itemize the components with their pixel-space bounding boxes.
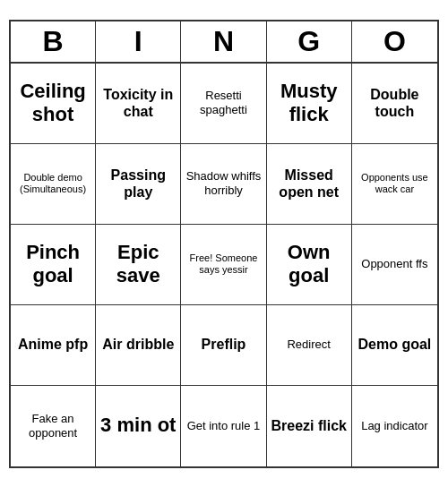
bingo-cell: Epic save xyxy=(96,225,181,305)
header-letter: G xyxy=(267,21,352,62)
bingo-cell: Pinch goal xyxy=(11,225,96,305)
bingo-cell: Air dribble xyxy=(96,305,181,386)
bingo-cell: Passing play xyxy=(96,144,181,225)
bingo-cell: Ceiling shot xyxy=(11,64,96,144)
header-letter: N xyxy=(181,21,266,62)
bingo-cell: Opponent ffs xyxy=(352,225,437,305)
bingo-cell: Demo goal xyxy=(352,305,437,386)
bingo-cell: Fake an opponent xyxy=(11,386,96,466)
bingo-cell: Breezi flick xyxy=(267,386,352,466)
header-letter: I xyxy=(96,21,181,62)
bingo-cell: Lag indicator xyxy=(352,386,437,466)
bingo-cell: Anime pfp xyxy=(11,305,96,386)
bingo-grid: Ceiling shotToxicity in chatResetti spag… xyxy=(11,64,437,466)
bingo-cell: Resetti spaghetti xyxy=(181,64,266,144)
header-letter: O xyxy=(352,21,437,62)
bingo-cell: Preflip xyxy=(181,305,266,386)
bingo-cell: Double touch xyxy=(352,64,437,144)
bingo-cell: Get into rule 1 xyxy=(181,386,266,466)
bingo-cell: Opponents use wack car xyxy=(352,144,437,225)
bingo-cell: Own goal xyxy=(267,225,352,305)
bingo-cell: Musty flick xyxy=(267,64,352,144)
bingo-header: BINGO xyxy=(11,21,437,64)
bingo-cell: Missed open net xyxy=(267,144,352,225)
bingo-cell: Free! Someone says yessir xyxy=(181,225,266,305)
bingo-cell: Double demo (Simultaneous) xyxy=(11,144,96,225)
bingo-cell: Shadow whiffs horribly xyxy=(181,144,266,225)
bingo-board: BINGO Ceiling shotToxicity in chatResett… xyxy=(9,20,439,468)
bingo-cell: Toxicity in chat xyxy=(96,64,181,144)
bingo-cell: Redirect xyxy=(267,305,352,386)
bingo-cell: 3 min ot xyxy=(96,386,181,466)
header-letter: B xyxy=(11,21,96,62)
